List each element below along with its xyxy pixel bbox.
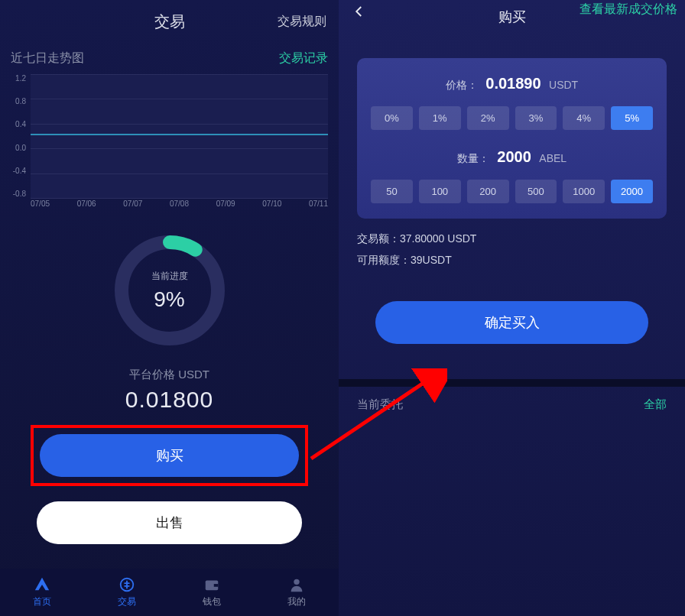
qty-unit: ABEL (539, 152, 567, 164)
page-title: 交易 (154, 11, 185, 32)
percent-pill-selected[interactable]: 5% (611, 106, 653, 130)
x-tick: 07/08 (170, 199, 189, 212)
confirm-buy-button[interactable]: 确定买入 (375, 301, 648, 344)
chart-series-line (31, 134, 328, 135)
qty-value: 2000 (497, 148, 531, 165)
tab-mine[interactable]: 我的 (254, 569, 339, 616)
tab-wallet[interactable]: 钱包 (170, 569, 255, 616)
annotation-highlight: 购买 (31, 425, 308, 486)
qty-options: 50 100 200 500 1000 2000 (371, 180, 653, 203)
svg-point-5 (294, 579, 299, 585)
person-icon (288, 576, 305, 593)
price-value: 0.01890 (485, 75, 541, 92)
trade-icon (118, 576, 135, 593)
trend-header: 近七日走势图 交易记录 (0, 43, 339, 71)
y-tick: 1.2 (8, 74, 26, 83)
back-icon[interactable] (352, 5, 366, 21)
price-unit: USDT (549, 79, 578, 91)
wallet-icon (203, 576, 220, 593)
tab-bar: 首页 交易 钱包 我的 (0, 569, 339, 616)
tab-label: 我的 (287, 595, 306, 608)
tab-label: 首页 (33, 595, 51, 608)
percent-pill[interactable]: 0% (371, 106, 413, 130)
x-tick: 07/10 (262, 199, 281, 212)
chart-x-axis: 07/05 07/06 07/07 07/08 07/09 07/10 07/1… (31, 199, 328, 212)
x-tick: 07/11 (309, 199, 328, 212)
qty-pill[interactable]: 200 (467, 180, 509, 203)
trend-title: 近七日走势图 (11, 50, 84, 66)
percent-pill[interactable]: 2% (467, 106, 509, 130)
qty-label: 数量： (457, 152, 489, 164)
svg-rect-4 (214, 584, 219, 587)
avail-value: 39USDT (411, 254, 452, 266)
current-orders-label: 当前委托 (357, 397, 403, 412)
home-icon (34, 576, 50, 593)
all-orders-link[interactable]: 全部 (644, 397, 667, 412)
progress-donut: 当前进度 9% (0, 233, 339, 348)
price-row: 价格： 0.01890 USDT (368, 75, 656, 92)
amount-label: 交易额： (357, 232, 400, 245)
available-balance: 可用额度：39USDT (357, 254, 667, 267)
price-value: 0.01800 (0, 387, 339, 413)
tab-label: 钱包 (203, 595, 221, 608)
progress-label: 当前进度 (151, 270, 188, 283)
trade-rules-link[interactable]: 交易规则 (278, 14, 326, 30)
percent-pill[interactable]: 3% (515, 106, 557, 130)
buy-screen: 购买 查看最新成交价格 价格： 0.01890 USDT 0% 1% 2% 3%… (339, 0, 685, 616)
y-tick: 0.8 (8, 97, 26, 105)
section-divider (339, 379, 685, 387)
qty-pill[interactable]: 1000 (563, 180, 605, 203)
progress-percent: 9% (151, 287, 188, 312)
price-label: 平台价格 USDT (0, 368, 339, 382)
trade-screen: 交易 交易规则 近七日走势图 交易记录 1.2 0.8 0.4 0.0 -0.4… (0, 0, 339, 616)
latest-price-link[interactable]: 查看最新成交价格 (579, 2, 677, 18)
buy-title: 购买 (498, 8, 526, 26)
percent-pill[interactable]: 1% (419, 106, 461, 130)
percent-pill[interactable]: 4% (563, 106, 605, 130)
right-header: 购买 查看最新成交价格 (339, 0, 685, 37)
x-tick: 07/05 (31, 199, 50, 212)
qty-pill[interactable]: 500 (515, 180, 557, 203)
tab-label: 交易 (118, 595, 136, 608)
x-tick: 07/07 (123, 199, 142, 212)
y-tick: -0.8 (8, 190, 26, 198)
x-tick: 07/09 (216, 199, 235, 212)
orders-header: 当前委托 全部 (339, 387, 685, 423)
qty-row: 数量： 2000 ABEL (368, 148, 656, 166)
sell-button[interactable]: 出售 (37, 501, 302, 544)
avail-label: 可用额度： (357, 254, 411, 266)
y-tick: -0.4 (8, 167, 26, 175)
percent-options: 0% 1% 2% 3% 4% 5% (371, 106, 653, 130)
left-header: 交易 交易规则 (0, 0, 339, 43)
y-tick: 0.0 (8, 144, 26, 152)
buy-button[interactable]: 购买 (40, 434, 299, 477)
order-card: 价格： 0.01890 USDT 0% 1% 2% 3% 4% 5% 数量： 2… (357, 58, 667, 219)
qty-pill[interactable]: 100 (419, 180, 461, 203)
amount-value: 37.80000 USDT (400, 232, 476, 245)
qty-pill[interactable]: 50 (371, 180, 413, 203)
chart-y-axis: 1.2 0.8 0.4 0.0 -0.4 -0.8 (8, 74, 29, 198)
trade-amount: 交易额：37.80000 USDT (357, 232, 667, 246)
platform-price: 平台价格 USDT 0.01800 (0, 368, 339, 413)
y-tick: 0.4 (8, 120, 26, 128)
x-tick: 07/06 (77, 199, 96, 212)
trade-log-link[interactable]: 交易记录 (279, 50, 328, 66)
tab-trade[interactable]: 交易 (85, 569, 170, 616)
qty-pill-selected[interactable]: 2000 (611, 180, 653, 203)
trend-chart: 1.2 0.8 0.4 0.0 -0.4 -0.8 07/05 07/06 07… (8, 74, 331, 212)
chart-grid (31, 74, 328, 198)
tab-home[interactable]: 首页 (0, 569, 85, 616)
price-label: 价格： (446, 79, 478, 91)
